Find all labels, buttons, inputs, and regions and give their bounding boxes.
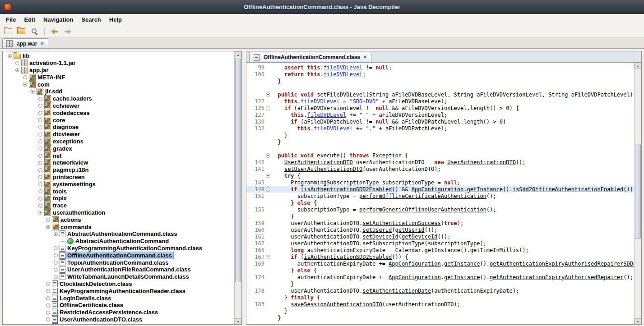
forward-button[interactable] [62, 27, 73, 37]
tree-node[interactable]: LoginDetails.class [51, 294, 113, 302]
tree-row[interactable]: codedaccess [3, 109, 234, 116]
scroll-down-icon[interactable]: ▼ [635, 318, 641, 324]
tree-node[interactable]: pagmcp.i18n [43, 166, 90, 174]
tree-row[interactable]: UserAuthenticationFileReadCommand.class [3, 266, 234, 273]
tree-expander-collapsed[interactable] [37, 102, 43, 109]
tree-node[interactable]: app.jar [20, 66, 51, 74]
menu-help[interactable]: Help [105, 15, 126, 24]
tree-node[interactable]: AbstractAuthenticationCommand [66, 237, 171, 245]
tree-row[interactable]: exceptions [3, 138, 234, 145]
tree-row[interactable]: KeyProgrammingAuthenticationCommand.clas… [3, 245, 234, 252]
tree-row[interactable]: trace [3, 202, 234, 209]
tree-row[interactable]: TopixAuthenticationCommand.class [3, 259, 234, 266]
tree-node[interactable]: lib [13, 52, 31, 60]
code-link[interactable]: getInstance [444, 261, 480, 267]
tree-row[interactable]: networkview [3, 159, 234, 166]
tree-row[interactable]: AbstractAuthenticationCommand.class [3, 230, 234, 238]
tree-node[interactable]: exceptions [43, 138, 85, 145]
tree-row[interactable]: commands [3, 223, 234, 230]
tree-row[interactable]: OfflineAuthenticationCommand.class [3, 252, 234, 259]
tree-node[interactable]: TopixAuthenticationCommand.class [59, 259, 170, 266]
collapse-fold-icon[interactable] [266, 174, 270, 178]
code-link[interactable]: performGenericOfflineUserAuthentication [359, 207, 486, 213]
tree-expander-collapsed[interactable] [37, 131, 43, 138]
code-link[interactable]: isAuthenticationSDD2Enabled [304, 254, 392, 260]
tree-row[interactable]: topix [3, 195, 234, 202]
tree-expander-expanded[interactable] [14, 67, 20, 73]
collapse-fold-icon[interactable] [266, 106, 270, 110]
code-link[interactable]: setUserId [362, 227, 392, 233]
tree-node[interactable]: commands [51, 223, 93, 231]
tree-node[interactable]: META-INF [28, 73, 67, 81]
tree-row[interactable]: UserAuthenticationDTO.class [3, 316, 234, 323]
tree-expander-collapsed[interactable] [45, 323, 51, 324]
field-link[interactable]: fileDVDLevel [324, 64, 363, 71]
tree-node[interactable]: gradex [43, 145, 74, 152]
tree-node[interactable]: WriteTabmanLaunchDetailsCommand.class [59, 273, 191, 280]
field-link[interactable]: fileDVDLevel [301, 98, 340, 105]
tree-row[interactable]: actions [3, 216, 234, 223]
tree-node[interactable]: KeyProgrammingAuthenticationReader.class [51, 287, 187, 295]
tree-expander-collapsed[interactable] [37, 188, 43, 194]
tree-node[interactable]: codedaccess [43, 109, 92, 117]
tree-node[interactable]: net [43, 152, 64, 160]
collapse-fold-icon[interactable] [266, 255, 270, 259]
tree-row[interactable]: META-INF [3, 73, 234, 81]
tree-node[interactable]: activation-1.1.jar [20, 59, 78, 67]
tree-expander-collapsed[interactable] [37, 96, 43, 102]
collapse-fold-icon[interactable] [266, 92, 270, 97]
tree-expander-collapsed[interactable] [52, 252, 59, 258]
code-link[interactable]: getDeviceId [402, 234, 437, 240]
scroll-down-icon[interactable]: ▼ [235, 318, 241, 324]
tree-expander-collapsed[interactable] [52, 259, 59, 266]
tree-row[interactable]: activation-1.1.jar [3, 60, 234, 67]
close-tab-icon[interactable]: ✕ [40, 41, 44, 46]
tree-row[interactable]: RestrictedAccessPersistence.class [3, 309, 234, 316]
tree-row[interactable]: pagmcp.i18n [3, 166, 234, 174]
tree-expander-collapsed[interactable] [45, 280, 51, 287]
tree-node[interactable]: systemsettings [43, 180, 97, 188]
code-link[interactable]: setAuthenticationDate [362, 288, 431, 294]
tree-node[interactable]: printscreen [43, 173, 87, 181]
collapse-fold-icon[interactable] [266, 187, 270, 192]
tree-expander-collapsed[interactable] [37, 124, 43, 130]
tree-node[interactable]: topix [43, 194, 69, 202]
tree-expander-expanded[interactable] [37, 209, 43, 216]
tree-expander-collapsed[interactable] [37, 138, 43, 144]
menu-search[interactable]: Search [77, 15, 105, 24]
menu-file[interactable]: File [2, 15, 20, 24]
tree-node[interactable]: ClockbackDetection.class [51, 280, 134, 288]
tree-expander-expanded[interactable] [6, 53, 13, 59]
tree-node[interactable]: AbstractAuthenticationCommand.class [59, 230, 179, 238]
tree-node[interactable]: cache.loaders [43, 95, 94, 102]
tree-node[interactable]: RestrictedAccessPersistence.class [51, 308, 160, 316]
tree-row[interactable]: WriteTabmanLaunchDetailsCommand.class [3, 273, 234, 280]
code-link[interactable]: setDeviceId [362, 234, 398, 240]
menu-navigation[interactable]: Navigation [39, 15, 77, 24]
code-link[interactable]: UserAuthenticationDTO [284, 159, 353, 165]
tree-row[interactable]: tools [3, 188, 234, 195]
tree-expander-expanded[interactable] [45, 224, 51, 230]
tree-row[interactable]: ClockbackDetection.class [3, 280, 234, 288]
close-tab-icon[interactable]: ✕ [363, 55, 367, 60]
tree-row[interactable]: userauthentication [3, 209, 234, 216]
code-link[interactable]: UserAuthenticationDTO [447, 159, 516, 165]
code-link[interactable]: saveSessionAuthenticationDTO [291, 301, 382, 308]
tree-node[interactable]: tools [43, 188, 69, 195]
tree-expander-collapsed[interactable] [45, 288, 51, 294]
code-scrollbar-thumb[interactable] [635, 144, 641, 239]
tree-expander-collapsed[interactable] [37, 202, 43, 209]
tree-node[interactable]: KeyProgrammingAuthenticationCommand.clas… [59, 244, 204, 252]
tree-expander-collapsed[interactable] [37, 145, 43, 152]
tree-expander-collapsed[interactable] [52, 274, 59, 280]
tree-row[interactable]: jlr.sdd [3, 88, 234, 95]
code-link[interactable]: getUserId [395, 227, 425, 233]
tree-expander-collapsed[interactable] [37, 195, 43, 202]
tree-row[interactable]: com [3, 81, 234, 88]
tree-expander-collapsed[interactable] [22, 74, 28, 80]
code-link[interactable]: isSdd2OfflineAuthenticationEnabled [513, 186, 624, 193]
tree-row[interactable]: diagnose [3, 124, 234, 131]
code-link[interactable]: AppConfiguration [412, 186, 464, 193]
tree-expander-collapsed[interactable] [37, 174, 43, 180]
tree-row[interactable]: ccfviewer [3, 102, 234, 110]
